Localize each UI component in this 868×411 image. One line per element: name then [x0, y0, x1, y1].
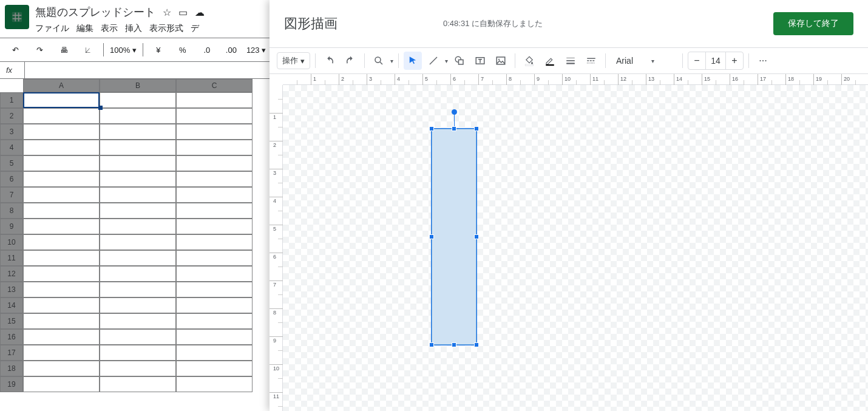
rotation-handle[interactable]: [452, 109, 457, 115]
canvas-area: 1234567891011121314151617181920212223242…: [270, 74, 868, 411]
more-options-button[interactable]: [754, 52, 772, 70]
redo-button[interactable]: [341, 52, 359, 70]
fill-color-button[interactable]: [520, 52, 538, 70]
svg-point-9: [759, 60, 761, 61]
resize-handle[interactable]: [429, 234, 434, 239]
svg-point-10: [762, 60, 764, 61]
svg-point-6: [498, 59, 500, 60]
svg-rect-5: [497, 57, 505, 64]
svg-rect-3: [459, 60, 464, 65]
select-tool[interactable]: [404, 52, 422, 70]
font-size-control: − +: [688, 52, 744, 70]
border-dash-button[interactable]: [582, 52, 600, 70]
horizontal-ruler: 1234567891011121314151617181920212223242…: [283, 74, 868, 85]
undo-button[interactable]: [320, 52, 339, 70]
svg-rect-7: [525, 64, 534, 66]
actions-menu[interactable]: 操作▾: [277, 52, 310, 69]
resize-handle[interactable]: [452, 342, 456, 347]
resize-handle[interactable]: [452, 126, 456, 131]
font-size-increase[interactable]: +: [726, 52, 743, 69]
svg-point-1: [375, 57, 381, 63]
autosave-status: 0:48:31 に自動保存しました: [352, 18, 759, 29]
shape-tool[interactable]: [450, 52, 469, 70]
svg-rect-8: [546, 64, 554, 66]
vertical-ruler: 1234567891011121314: [270, 85, 283, 411]
resize-handle[interactable]: [474, 342, 479, 347]
resize-handle[interactable]: [474, 234, 479, 239]
font-size-decrease[interactable]: −: [688, 52, 705, 69]
image-tool[interactable]: [492, 52, 510, 70]
textbox-tool[interactable]: [471, 52, 489, 70]
drawing-canvas[interactable]: [283, 85, 868, 411]
font-family-select[interactable]: Arial▾: [611, 53, 677, 69]
drawing-dialog: 図形描画 0:48:31 に自動保存しました 保存して終了 操作▾ ▾ ▾ Ar…: [270, 0, 868, 411]
font-size-input[interactable]: [705, 52, 726, 69]
line-tool[interactable]: [424, 52, 442, 70]
zoom-button[interactable]: [370, 52, 388, 70]
svg-point-11: [765, 60, 766, 61]
border-weight-button[interactable]: [561, 52, 580, 70]
dialog-title: 図形描画: [284, 15, 337, 33]
selection-outline: [431, 128, 477, 345]
resize-handle[interactable]: [429, 126, 434, 131]
resize-handle[interactable]: [429, 342, 434, 347]
border-color-button[interactable]: [541, 52, 559, 70]
save-and-close-button[interactable]: 保存して終了: [773, 12, 853, 35]
drawing-toolbar: 操作▾ ▾ ▾ Arial▾ − +: [270, 47, 868, 74]
resize-handle[interactable]: [474, 126, 479, 131]
